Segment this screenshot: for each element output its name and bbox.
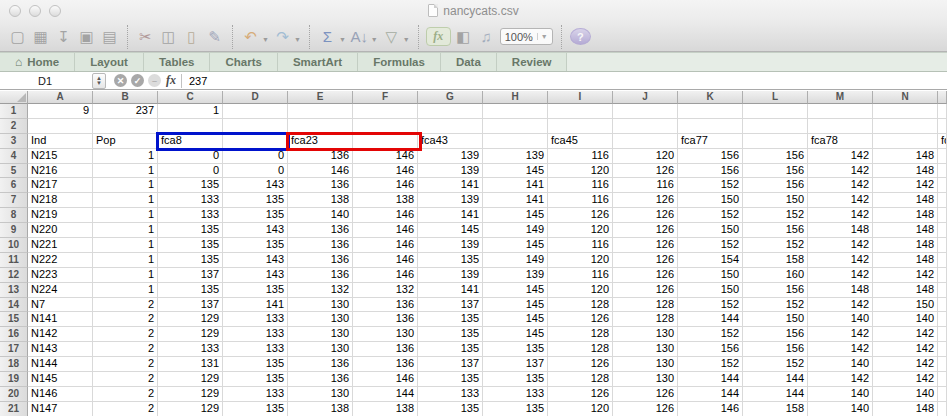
cell-H17[interactable]: 135 xyxy=(483,342,548,357)
cell-A8[interactable]: N219 xyxy=(28,208,93,223)
undo-icon-dropdown[interactable]: ▼ xyxy=(262,36,269,43)
print-icon[interactable]: ▤ xyxy=(99,26,120,48)
cell-B2[interactable] xyxy=(93,119,158,134)
cell-N9[interactable]: 148 xyxy=(873,223,938,238)
cell-M8[interactable]: 142 xyxy=(808,208,873,223)
cell-C1[interactable]: 1 xyxy=(158,104,223,119)
sort-icon-dropdown[interactable]: ▼ xyxy=(371,36,378,43)
cell-B3[interactable]: Pop xyxy=(93,134,158,149)
cell-F5[interactable]: 146 xyxy=(353,164,418,179)
cell-B13[interactable]: 1 xyxy=(93,283,158,298)
cell-K11[interactable]: 154 xyxy=(678,253,743,268)
cell-L6[interactable]: 156 xyxy=(743,178,808,193)
row-header-21[interactable]: 21 xyxy=(0,402,28,416)
cell-K7[interactable]: 150 xyxy=(678,193,743,208)
cell-E9[interactable]: 136 xyxy=(288,223,353,238)
cell-I14[interactable]: 128 xyxy=(548,298,613,313)
cell-M3[interactable]: fca78 xyxy=(808,134,873,149)
cell-H16[interactable]: 145 xyxy=(483,327,548,342)
cell-I8[interactable]: 126 xyxy=(548,208,613,223)
cell-F15[interactable]: 136 xyxy=(353,312,418,327)
cell-C13[interactable]: 135 xyxy=(158,283,223,298)
cell-E20[interactable]: 130 xyxy=(288,387,353,402)
cell-J8[interactable]: 126 xyxy=(613,208,678,223)
cell-G13[interactable]: 141 xyxy=(418,283,483,298)
cell-L7[interactable]: 150 xyxy=(743,193,808,208)
cell-M17[interactable]: 142 xyxy=(808,342,873,357)
cell-K6[interactable]: 152 xyxy=(678,178,743,193)
cell-M2[interactable] xyxy=(808,119,873,134)
cell-B17[interactable]: 2 xyxy=(93,342,158,357)
cell-F2[interactable] xyxy=(353,119,418,134)
cell-N5[interactable]: 148 xyxy=(873,164,938,179)
cell-F20[interactable]: 144 xyxy=(353,387,418,402)
cell-E2[interactable] xyxy=(288,119,353,134)
cell-M13[interactable]: 148 xyxy=(808,283,873,298)
column-header-B[interactable]: B xyxy=(93,91,158,104)
cell-H8[interactable]: 145 xyxy=(483,208,548,223)
cell-F12[interactable]: 146 xyxy=(353,268,418,283)
cell-B12[interactable]: 1 xyxy=(93,268,158,283)
cell-J11[interactable]: 126 xyxy=(613,253,678,268)
cell-E14[interactable]: 130 xyxy=(288,298,353,313)
cell-C11[interactable]: 135 xyxy=(158,253,223,268)
cell-J2[interactable] xyxy=(613,119,678,134)
cell-N16[interactable]: 142 xyxy=(873,327,938,342)
cell-B4[interactable]: 1 xyxy=(93,149,158,164)
cell-N15[interactable]: 140 xyxy=(873,312,938,327)
cell-A19[interactable]: N145 xyxy=(28,372,93,387)
column-header-C[interactable]: C xyxy=(158,91,223,104)
tab-smartart[interactable]: SmartArt xyxy=(278,53,358,71)
cell-A5[interactable]: N216 xyxy=(28,164,93,179)
cell-K10[interactable]: 152 xyxy=(678,238,743,253)
cell-A11[interactable]: N222 xyxy=(28,253,93,268)
cell-G5[interactable]: 139 xyxy=(418,164,483,179)
cell-K16[interactable]: 152 xyxy=(678,327,743,342)
cell-D3[interactable] xyxy=(223,134,288,149)
cell-I3[interactable]: fca45 xyxy=(548,134,613,149)
toolbox-icon[interactable]: ◧ xyxy=(453,26,474,48)
cell-D13[interactable]: 135 xyxy=(223,283,288,298)
cell-L20[interactable]: 144 xyxy=(743,387,808,402)
cell-J13[interactable]: 126 xyxy=(613,283,678,298)
column-header-I[interactable]: I xyxy=(548,91,613,104)
cell-H3[interactable] xyxy=(483,134,548,149)
cell-B15[interactable]: 2 xyxy=(93,312,158,327)
cell-K17[interactable]: 156 xyxy=(678,342,743,357)
cell-H19[interactable]: 135 xyxy=(483,372,548,387)
cell-M15[interactable]: 140 xyxy=(808,312,873,327)
cell-G2[interactable] xyxy=(418,119,483,134)
cell-A6[interactable]: N217 xyxy=(28,178,93,193)
filter-icon[interactable]: ▽ xyxy=(381,26,402,48)
cell-D6[interactable]: 143 xyxy=(223,178,288,193)
cell-M20[interactable]: 140 xyxy=(808,387,873,402)
cell-G10[interactable]: 139 xyxy=(418,238,483,253)
row-header-19[interactable]: 19 xyxy=(0,372,28,387)
cell-E11[interactable]: 136 xyxy=(288,253,353,268)
cell-H5[interactable]: 145 xyxy=(483,164,548,179)
tab-data[interactable]: Data xyxy=(441,53,497,71)
cell-L16[interactable]: 156 xyxy=(743,327,808,342)
cell-O1[interactable] xyxy=(938,104,947,119)
cell-H1[interactable] xyxy=(483,104,548,119)
cell-O19[interactable] xyxy=(938,372,947,387)
row-header-14[interactable]: 14 xyxy=(0,298,28,313)
cell-M6[interactable]: 142 xyxy=(808,178,873,193)
cell-D8[interactable]: 135 xyxy=(223,208,288,223)
cell-J12[interactable]: 126 xyxy=(613,268,678,283)
column-header-G[interactable]: G xyxy=(418,91,483,104)
cell-B10[interactable]: 1 xyxy=(93,238,158,253)
cell-B8[interactable]: 1 xyxy=(93,208,158,223)
copy-icon[interactable]: ◫ xyxy=(158,26,179,48)
cell-D20[interactable]: 133 xyxy=(223,387,288,402)
cell-O11[interactable] xyxy=(938,253,947,268)
row-header-12[interactable]: 12 xyxy=(0,268,28,283)
cell-H21[interactable]: 135 xyxy=(483,402,548,416)
cell-F18[interactable]: 136 xyxy=(353,357,418,372)
cell-I16[interactable]: 128 xyxy=(548,327,613,342)
column-header-N[interactable]: N xyxy=(873,91,938,104)
cell-C14[interactable]: 137 xyxy=(158,298,223,313)
cell-J4[interactable]: 120 xyxy=(613,149,678,164)
cell-N11[interactable]: 148 xyxy=(873,253,938,268)
cell-D4[interactable]: 0 xyxy=(223,149,288,164)
